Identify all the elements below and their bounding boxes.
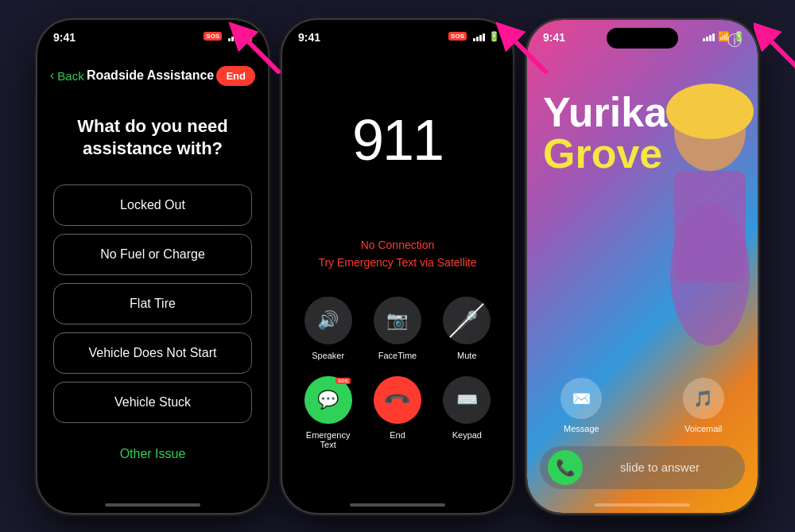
message-icon: ✉️ [572,389,591,408]
voicemail-label: Voicemail [684,424,722,433]
no-connection-line1: No Connection [318,236,476,254]
speaker-icon-circle: 🔊 [304,297,352,344]
caller-name: Yurika Grove [543,91,742,174]
option-vehicle-stuck[interactable]: Vehicle Stuck [53,382,252,423]
phone1-content: What do you need assistance with? Locked… [37,99,268,513]
info-icon[interactable]: ⓘ [727,31,742,50]
option-no-fuel[interactable]: No Fuel or Charge [53,234,252,275]
emergency-text-button[interactable]: 💬 SOS Emergency Text [301,376,355,449]
sos-badge-2: SOS [448,32,467,41]
keypad-button[interactable]: ⌨️ Keypad [440,376,494,449]
action-icons-row: ✉️ Message 🎵 Voicemail [527,378,758,433]
emergency-text-circle: 💬 SOS [304,376,352,424]
facetime-icon-circle: 📷 [374,297,421,344]
mute-label: Mute [457,351,476,360]
back-label: Back [57,69,83,83]
battery-2: 🔋 [488,31,500,42]
message-label: Message [564,424,599,433]
answer-bar[interactable]: 📞 slide to answer [540,446,745,489]
status-time-3: 9:41 [543,31,565,44]
message-action[interactable]: ✉️ Message [560,378,602,433]
call-buttons-grid: 🔊 Speaker 📷 FaceTime 🎤 Mute � [282,297,513,449]
voicemail-icon: 🎵 [693,389,713,408]
sos-mini-badge: SOS [335,378,351,384]
end-call-label: End [390,430,405,440]
sos-badge-1: SOS [204,32,222,41]
no-connection-line2: Try Emergency Text via Satellite [318,254,476,271]
no-connection-text: No Connection Try Emergency Text via Sat… [318,236,476,272]
signal-bar-1 [228,38,231,41]
keypad-icon: ⌨️ [456,390,478,410]
status-bar-3: 9:41 📶 🔋 [527,20,758,60]
end-call-icon: 📞 [382,385,412,414]
status-time-2: 9:41 [298,31,320,44]
option-locked-out[interactable]: Locked Out [53,184,252,226]
signal-bars-2 [473,32,485,41]
home-indicator-2 [350,503,445,507]
voicemail-action[interactable]: 🎵 Voicemail [683,378,724,433]
option-vehicle-no-start[interactable]: Vehicle Does Not Start [53,332,252,374]
dynamic-island-1 [117,28,188,49]
signal-bar-4 [238,33,240,41]
end-button[interactable]: End [216,66,255,86]
svg-line-9 [762,32,795,72]
phone1-screen: 9:41 SOS 🔋 ‹ Back Roadside Assistance En… [37,20,268,513]
facetime-label: FaceTime [378,351,417,360]
answer-phone-button[interactable]: 📞 [548,450,583,485]
status-icons-1: SOS 🔋 [204,31,255,42]
nav-title: Roadside Assistance [87,68,214,83]
speaker-button[interactable]: 🔊 Speaker [301,297,355,360]
end-call-circle: 📞 [374,376,421,424]
keypad-circle: ⌨️ [443,376,491,424]
iphone-1: 9:41 SOS 🔋 ‹ Back Roadside Assistance En… [37,20,268,513]
speaker-icon: 🔊 [317,310,339,331]
home-indicator-3 [595,503,690,507]
spacer [622,378,663,433]
speaker-label: Speaker [312,351,344,360]
call-number: 911 [352,107,443,173]
option-flat-tire[interactable]: Flat Tire [53,283,252,324]
battery-1: 🔋 [243,31,255,42]
phone1-header: ‹ Back Roadside Assistance End [37,60,268,92]
signal-bars-1 [228,32,240,41]
facetime-button[interactable]: 📷 FaceTime [370,297,424,360]
phone3-screen: 9:41 📶 🔋 ⓘ Yurika Grove ✉️ [527,20,758,513]
message-icon-circle: ✉️ [560,378,602,419]
iphone-3: 9:41 📶 🔋 ⓘ Yurika Grove ✉️ [527,20,758,513]
assistance-question: What do you need assistance with? [53,115,252,161]
back-button[interactable]: ‹ Back [50,68,84,83]
slide-to-answer-text: slide to answer [583,460,737,474]
emergency-text-icon: 💬 [317,390,339,410]
arrow-3 [754,16,795,80]
svg-point-7 [670,203,750,346]
answer-phone-icon: 📞 [556,458,576,477]
signal-bars-3 [703,32,715,41]
end-call-button[interactable]: 📞 End [370,376,424,449]
caller-last-name: Grove [543,133,742,174]
other-issue-button[interactable]: Other Issue [120,447,186,461]
mute-button[interactable]: 🎤 Mute [440,297,494,360]
status-icons-2: SOS 🔋 [448,31,500,42]
phone2-screen: 9:41 SOS 🔋 911 No Connection Try Emergen… [282,20,513,513]
voicemail-icon-circle: 🎵 [683,378,724,419]
mute-slash [449,303,484,338]
mute-icon-circle: 🎤 [443,297,491,344]
dynamic-island-2 [362,28,433,49]
status-time-1: 9:41 [53,31,76,44]
facetime-icon: 📷 [386,310,408,331]
keypad-label: Keypad [452,430,482,440]
signal-bar-2 [231,37,234,41]
signal-bar-3 [235,35,237,41]
back-chevron-icon: ‹ [50,68,54,83]
iphone-2: 9:41 SOS 🔋 911 No Connection Try Emergen… [282,20,513,513]
emergency-text-label: Emergency Text [306,430,351,449]
home-indicator-1 [105,503,200,507]
caller-first-name: Yurika [543,91,742,133]
